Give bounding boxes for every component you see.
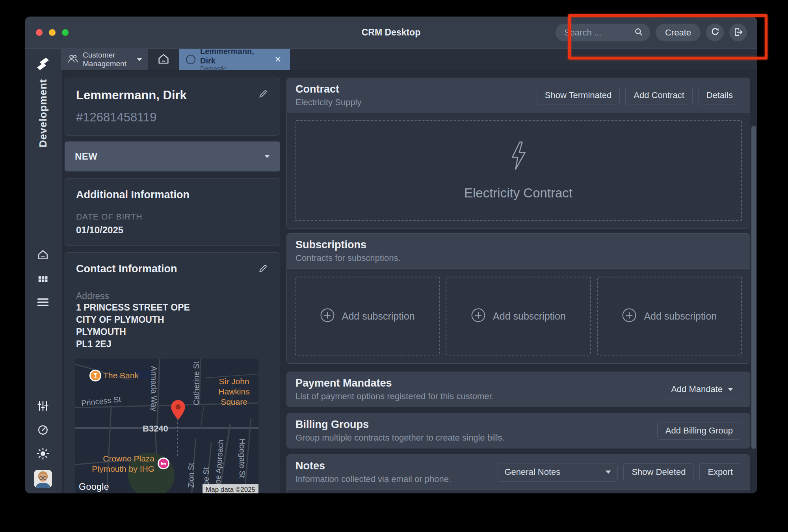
customer-number: #12681458119 bbox=[76, 110, 269, 125]
contract-title: Contract bbox=[296, 83, 362, 95]
notes-title: Notes bbox=[296, 460, 451, 472]
sidebar: Development bbox=[25, 49, 61, 493]
add-subscription-button[interactable]: Add subscription bbox=[446, 277, 591, 355]
search-input-wrap bbox=[556, 24, 650, 41]
create-button[interactable]: Create bbox=[656, 24, 701, 41]
tab-home[interactable] bbox=[148, 49, 179, 70]
tab-bar: Customer Management bbox=[61, 49, 757, 71]
chevron-down-icon bbox=[606, 471, 611, 474]
show-deleted-button[interactable]: Show Deleted bbox=[623, 463, 694, 481]
customer-summary-card: Lemmermann, Dirk #12681458119 bbox=[65, 78, 280, 136]
contract-details-button[interactable]: Details bbox=[698, 87, 741, 104]
hamburger-menu-icon bbox=[37, 297, 49, 309]
map-road bbox=[106, 406, 112, 493]
dob-label: DATE OF BIRTH bbox=[76, 212, 269, 221]
grid-icon bbox=[37, 273, 49, 286]
sidebar-dashboard-button[interactable] bbox=[37, 424, 49, 437]
sliders-icon bbox=[37, 400, 49, 413]
add-contract-button[interactable]: Add Contract bbox=[625, 87, 692, 104]
maximize-window-button[interactable] bbox=[62, 29, 69, 36]
tab-customer-management[interactable]: Customer Management bbox=[61, 49, 148, 70]
notes-section: Notes Information collected via email or… bbox=[286, 454, 750, 493]
address-label: Address bbox=[76, 291, 269, 301]
edit-customer-button[interactable] bbox=[258, 88, 269, 100]
close-window-button[interactable] bbox=[36, 29, 43, 36]
address-line: CITY OF PLYMOUTH bbox=[76, 314, 269, 326]
sidebar-home-button[interactable] bbox=[37, 248, 49, 262]
refresh-icon bbox=[710, 27, 720, 38]
edit-contact-button[interactable] bbox=[258, 263, 269, 275]
export-button[interactable]: Export bbox=[699, 463, 741, 481]
bar-poi-icon[interactable] bbox=[89, 370, 101, 381]
google-map[interactable]: The Bank Sir John Hawkins Square Princes… bbox=[75, 359, 258, 493]
plus-circle-icon bbox=[471, 308, 486, 324]
plus-circle-icon bbox=[622, 308, 637, 324]
customer-name: Lemmermann, Dirk bbox=[76, 88, 187, 102]
record-status-icon bbox=[186, 55, 195, 64]
additional-information-title: Additional Information bbox=[76, 189, 269, 201]
minimize-window-button[interactable] bbox=[49, 29, 56, 36]
address-line: PL1 2EJ bbox=[76, 338, 269, 350]
chevron-down-icon bbox=[137, 58, 142, 61]
app-logo-icon bbox=[35, 55, 51, 73]
contract-section: Contract Electricity Supply Show Termina… bbox=[286, 78, 750, 229]
map-street-zion: Zion St bbox=[187, 463, 196, 487]
add-mandate-button[interactable]: Add Mandate bbox=[663, 381, 741, 398]
sidebar-settings-button[interactable] bbox=[37, 400, 49, 413]
speedometer-icon bbox=[37, 424, 49, 437]
add-subscription-button[interactable]: Add subscription bbox=[597, 277, 742, 355]
notes-subtitle: Information collected via email or phone… bbox=[296, 474, 451, 484]
search-input[interactable] bbox=[563, 27, 634, 38]
map-street-armada: Armada Way bbox=[149, 366, 158, 411]
tab-customer-line1: Customer bbox=[83, 51, 115, 59]
map-street-hoe-approach: Hoe Approach bbox=[213, 439, 225, 490]
home-icon bbox=[37, 248, 49, 262]
billing-groups-title: Billing Groups bbox=[296, 419, 505, 431]
vertical-scrollbar[interactable] bbox=[751, 126, 756, 449]
lightning-bolt-icon bbox=[509, 141, 528, 172]
hotel-poi-icon[interactable] bbox=[158, 458, 169, 469]
subscriptions-title: Subscriptions bbox=[296, 239, 401, 251]
google-logo: Google bbox=[79, 482, 109, 492]
desktop-background: CRM Desktop Create bbox=[0, 0, 788, 532]
pencil-icon bbox=[258, 269, 269, 275]
address-line: 1 PRINCESS STREET OPE bbox=[76, 301, 269, 314]
billing-groups-section: Billing Groups Group multiple contracts … bbox=[286, 413, 750, 448]
dob-value: 01/10/2025 bbox=[76, 225, 269, 236]
contract-subtitle: Electricity Supply bbox=[296, 97, 362, 108]
refresh-button[interactable] bbox=[706, 24, 724, 41]
billing-groups-subtitle: Group multiple contracts together to cre… bbox=[296, 433, 505, 443]
status-value: NEW bbox=[75, 151, 98, 162]
sun-icon bbox=[37, 447, 49, 461]
notes-filter-select[interactable]: General Notes bbox=[498, 463, 618, 482]
people-icon bbox=[67, 53, 79, 66]
map-road-b3240: B3240 bbox=[143, 424, 168, 434]
sidebar-theme-button[interactable] bbox=[37, 447, 49, 461]
map-poi-bank-label: The Bank bbox=[103, 370, 139, 381]
pencil-icon bbox=[258, 95, 269, 100]
page-content: Lemmermann, Dirk #12681458119 bbox=[61, 71, 757, 493]
logout-button[interactable] bbox=[729, 24, 747, 41]
user-avatar[interactable] bbox=[34, 470, 52, 488]
add-subscription-button[interactable]: Add subscription bbox=[295, 277, 440, 355]
title-bar: CRM Desktop Create bbox=[25, 17, 757, 49]
payment-mandates-subtitle: List of payment options registered for t… bbox=[296, 391, 494, 402]
show-terminated-button[interactable]: Show Terminated bbox=[537, 87, 620, 104]
address-line: PLYMOUTH bbox=[76, 326, 269, 338]
map-road bbox=[200, 406, 204, 429]
map-square-label: Sir John Hawkins Square bbox=[212, 376, 256, 407]
close-tab-icon[interactable]: ✕ bbox=[273, 54, 283, 65]
status-dropdown[interactable]: NEW bbox=[65, 141, 280, 171]
tab-customer-record[interactable]: Lemmermann, Dirk Domestic ✕ bbox=[179, 49, 290, 70]
sidebar-modules-button[interactable] bbox=[37, 273, 49, 286]
toolbar: Create bbox=[556, 24, 747, 41]
add-billing-group-button[interactable]: Add Billing Group bbox=[657, 422, 741, 440]
map-street-hoegate: Hoegate St bbox=[238, 439, 247, 478]
tab-customer-line2: Management bbox=[83, 60, 126, 68]
sidebar-menu-button[interactable] bbox=[37, 297, 49, 309]
plus-circle-icon bbox=[320, 308, 335, 324]
chevron-down-icon bbox=[264, 155, 270, 158]
map-hotel-label: Crowne Plaza Plymouth by IHG bbox=[88, 454, 154, 474]
electricity-contract-dropzone[interactable]: Electricity Contract bbox=[295, 120, 742, 221]
contact-information-card: Contact Information Address 1 PRINCESS S bbox=[65, 252, 280, 493]
